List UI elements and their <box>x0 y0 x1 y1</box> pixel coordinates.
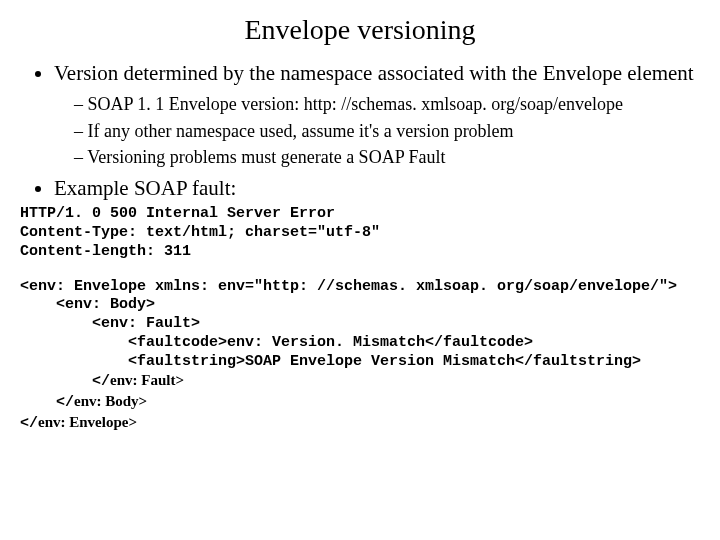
http-line-2: Content-Type: text/html; charset="utf-8" <box>20 224 380 241</box>
http-line-1: HTTP/1. 0 500 Internal Server Error <box>20 205 335 222</box>
spacer <box>20 262 700 274</box>
xml-line-8b: env: Envelope> <box>38 414 137 430</box>
xml-line-4: <faultcode>env: Version. Mismatch</fault… <box>20 334 533 351</box>
bullet-version-determined: Version determined by the namespace asso… <box>54 60 700 169</box>
http-headers-block: HTTP/1. 0 500 Internal Server Error Cont… <box>20 205 700 261</box>
xml-line-6a: </ <box>20 373 110 390</box>
sub-bullet-list: SOAP 1. 1 Envelope version: http: //sche… <box>54 92 700 169</box>
bullet-example-fault: Example SOAP fault: <box>54 175 700 201</box>
slide-title: Envelope versioning <box>20 14 700 46</box>
http-line-3: Content-length: 311 <box>20 243 191 260</box>
xml-line-1: <env: Envelope xmlns: env="http: //schem… <box>20 278 677 295</box>
xml-line-8a: </ <box>20 415 38 432</box>
xml-line-3: <env: Fault> <box>20 315 200 332</box>
bullet-1-text: Version determined by the namespace asso… <box>54 61 694 85</box>
sub-bullet-other-namespace: If any other namespace used, assume it's… <box>74 119 700 143</box>
slide-container: Envelope versioning Version determined b… <box>0 0 720 540</box>
xml-line-7b: env: Body> <box>74 393 147 409</box>
top-bullet-list: Version determined by the namespace asso… <box>32 60 700 201</box>
sub-bullet-soap11: SOAP 1. 1 Envelope version: http: //sche… <box>74 92 700 116</box>
xml-fault-block: <env: Envelope xmlns: env="http: //schem… <box>20 278 700 434</box>
xml-line-2: <env: Body> <box>20 296 155 313</box>
xml-line-7a: </ <box>20 394 74 411</box>
xml-line-6b: env: Fault> <box>110 372 184 388</box>
sub-bullet-soap-fault: Versioning problems must generate a SOAP… <box>74 145 700 169</box>
xml-line-5: <faultstring>SOAP Envelope Version Misma… <box>20 353 641 370</box>
